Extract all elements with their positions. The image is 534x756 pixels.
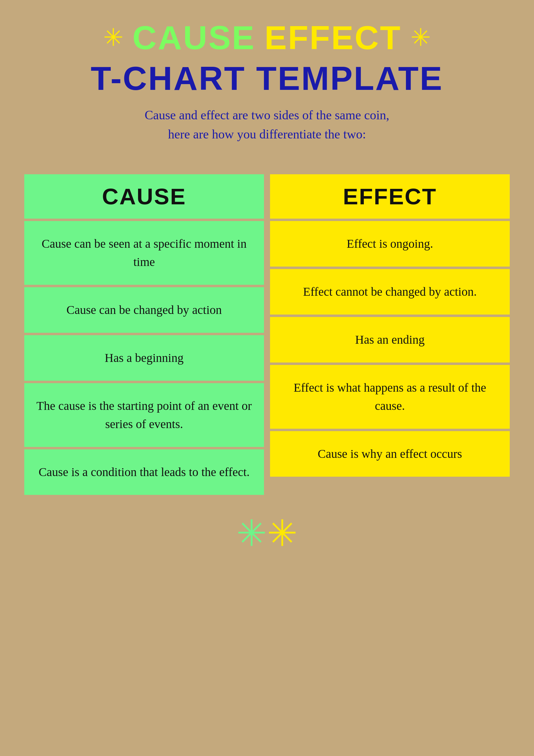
star-left-icon: ✳ bbox=[103, 25, 123, 50]
effect-cell-1: Effect is ongoing. bbox=[270, 221, 510, 267]
effect-cell-4: Effect is what happens as a result of th… bbox=[270, 365, 510, 429]
cause-column: CAUSE Cause can be seen at a specific mo… bbox=[24, 174, 264, 497]
footer-decoration: ✳ ✳ bbox=[236, 516, 298, 552]
cause-cell-3: Has a beginning bbox=[24, 335, 264, 381]
footer-star-green-icon: ✳ bbox=[236, 516, 267, 552]
footer-star-yellow-icon: ✳ bbox=[267, 516, 298, 552]
cause-cell-1: Cause can be seen at a specific moment i… bbox=[24, 221, 264, 285]
cause-column-header: CAUSE bbox=[24, 174, 264, 219]
title-line1: ✳ CAUSE EFFECT ✳ bbox=[24, 18, 510, 57]
cause-cell-2: Cause can be changed by action bbox=[24, 287, 264, 333]
effect-cell-3: Has an ending bbox=[270, 317, 510, 363]
chart-container: CAUSE Cause can be seen at a specific mo… bbox=[24, 174, 510, 497]
header-section: ✳ CAUSE EFFECT ✳ T-CHART TEMPLATE Cause … bbox=[24, 18, 510, 144]
effect-column-header: EFFECT bbox=[270, 174, 510, 219]
effect-cell-5: Cause is why an effect occurs bbox=[270, 431, 510, 477]
title-line2: T-CHART TEMPLATE bbox=[24, 60, 510, 96]
effect-cell-2: Effect cannot be changed by action. bbox=[270, 269, 510, 314]
effect-column: EFFECT Effect is ongoing. Effect cannot … bbox=[270, 174, 510, 497]
title-cause: CAUSE bbox=[133, 18, 255, 57]
title-effect: EFFECT bbox=[265, 18, 402, 57]
cause-cell-5: Cause is a condition that leads to the e… bbox=[24, 449, 264, 495]
cause-cell-4: The cause is the starting point of an ev… bbox=[24, 383, 264, 447]
subtitle: Cause and effect are two sides of the sa… bbox=[24, 106, 510, 144]
star-right-icon: ✳ bbox=[411, 25, 431, 50]
